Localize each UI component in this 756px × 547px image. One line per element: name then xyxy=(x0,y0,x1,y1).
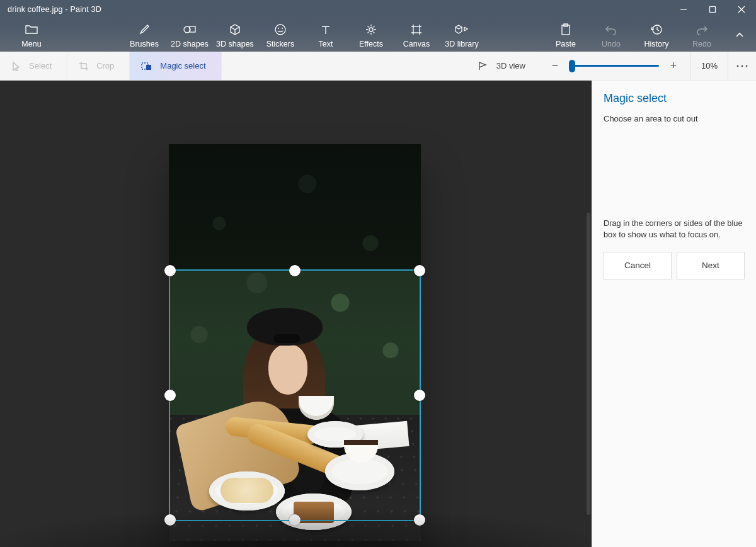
svg-point-8 xyxy=(282,28,283,29)
canvas-area[interactable] xyxy=(0,81,592,547)
select-label: Select xyxy=(29,61,52,70)
panel-help-text: Drag in the corners or sides of the blue… xyxy=(604,218,745,240)
ribbon-label: Stickers xyxy=(266,40,294,48)
ribbon-label: Undo xyxy=(602,40,621,48)
crop-tool[interactable]: Crop xyxy=(67,52,130,80)
ribbon-redo[interactable]: Redo xyxy=(679,19,724,52)
canvas-icon xyxy=(410,23,423,37)
ribbon-label: Redo xyxy=(692,40,711,48)
ribbon-label: History xyxy=(644,40,669,48)
subtoolbar: Select Crop Magic select 3D view − + 10% xyxy=(0,52,756,81)
zoom-slider[interactable] xyxy=(570,60,659,72)
panel-subtitle: Choose an area to cut out xyxy=(604,114,745,123)
magic-select-tool[interactable]: Magic select xyxy=(130,52,221,80)
minimize-button[interactable] xyxy=(669,0,698,19)
window-title: drink coffee.jpg - Paint 3D xyxy=(8,5,101,14)
ribbon-stickers[interactable]: Stickers xyxy=(258,19,303,52)
next-button[interactable]: Next xyxy=(677,252,745,279)
side-panel: Magic select Choose an area to cut out D… xyxy=(592,81,756,547)
folder-icon xyxy=(25,23,38,37)
selection-handle-mr[interactable] xyxy=(414,390,425,401)
ribbon-label: Effects xyxy=(359,40,383,48)
titlebar: drink coffee.jpg - Paint 3D Menu xyxy=(0,0,756,52)
cursor-icon xyxy=(11,61,21,71)
selection-handle-br[interactable] xyxy=(414,514,425,526)
magic-select-label: Magic select xyxy=(160,61,205,70)
shapes-2d-icon xyxy=(183,23,197,37)
chevron-up-icon xyxy=(735,30,745,40)
close-button[interactable] xyxy=(727,0,756,19)
library-icon xyxy=(455,23,469,37)
menu-label: Menu xyxy=(21,40,41,48)
cancel-button[interactable]: Cancel xyxy=(604,252,672,279)
history-icon xyxy=(650,23,663,37)
svg-rect-1 xyxy=(710,7,716,13)
menu-button[interactable]: Menu xyxy=(0,19,63,52)
redo-icon xyxy=(696,23,708,37)
zoom-in-button[interactable]: + xyxy=(665,58,682,74)
collapse-ribbon-button[interactable] xyxy=(728,21,751,49)
ribbon-label: 2D shapes xyxy=(171,40,209,48)
ellipsis-icon xyxy=(736,65,748,67)
cube-icon xyxy=(229,23,241,37)
paste-icon xyxy=(560,23,571,37)
zoom-controls: − + xyxy=(538,52,690,80)
selection-handle-tl[interactable] xyxy=(164,265,176,276)
selection-handle-tm[interactable] xyxy=(289,265,301,276)
selection-handle-bm[interactable] xyxy=(289,514,301,526)
ribbon-paste[interactable]: Paste xyxy=(543,19,588,52)
more-button[interactable] xyxy=(728,52,756,80)
ribbon-brushes[interactable]: Brushes xyxy=(122,19,167,52)
magic-select-icon xyxy=(141,61,152,71)
zoom-out-button[interactable]: − xyxy=(547,58,563,74)
ribbon-label: 3D library xyxy=(445,40,479,48)
vertical-scrollbar[interactable] xyxy=(587,213,590,515)
view-3d-toggle[interactable]: 3D view xyxy=(465,52,538,80)
svg-point-7 xyxy=(278,28,279,29)
ribbon-history[interactable]: History xyxy=(634,19,679,52)
brush-icon xyxy=(138,23,151,37)
view-3d-label: 3D view xyxy=(496,61,525,70)
ribbon-label: Canvas xyxy=(403,40,430,48)
svg-rect-10 xyxy=(413,26,420,33)
crop-label: Crop xyxy=(96,61,114,70)
select-tool[interactable]: Select xyxy=(0,52,67,80)
svg-point-18 xyxy=(746,65,748,67)
ribbon-undo[interactable]: Undo xyxy=(588,19,634,52)
svg-point-17 xyxy=(742,65,743,67)
ribbon-3d-shapes[interactable]: 3D shapes xyxy=(212,19,258,52)
maximize-button[interactable] xyxy=(698,0,727,19)
panel-title: Magic select xyxy=(604,92,745,105)
effects-icon xyxy=(365,23,377,37)
zoom-percent[interactable]: 10% xyxy=(690,52,728,80)
window-controls xyxy=(669,0,756,19)
ribbon-label: Text xyxy=(319,40,333,48)
selection-box[interactable] xyxy=(169,269,421,521)
ribbon-2d-shapes[interactable]: 2D shapes xyxy=(167,19,212,52)
zoom-thumb[interactable] xyxy=(569,60,575,72)
ribbon-text[interactable]: Text xyxy=(303,19,348,52)
selection-handle-ml[interactable] xyxy=(164,390,176,401)
svg-point-9 xyxy=(369,28,373,31)
ribbon-label: Brushes xyxy=(130,40,159,48)
sticker-icon xyxy=(274,23,287,37)
ribbon-canvas[interactable]: Canvas xyxy=(394,19,439,52)
workspace: Magic select Choose an area to cut out D… xyxy=(0,81,756,547)
svg-point-6 xyxy=(275,25,285,35)
undo-icon xyxy=(605,23,617,37)
selection-handle-bl[interactable] xyxy=(164,514,176,526)
selection-handle-tr[interactable] xyxy=(414,265,425,276)
crop-icon xyxy=(79,61,89,71)
ribbon-3d-library[interactable]: 3D library xyxy=(439,19,484,52)
svg-rect-15 xyxy=(146,65,151,70)
ribbon-label: Paste xyxy=(556,40,576,48)
ribbon-label: 3D shapes xyxy=(216,40,254,48)
ribbon-effects[interactable]: Effects xyxy=(348,19,394,52)
svg-point-16 xyxy=(737,65,739,67)
flag-icon xyxy=(478,61,489,71)
text-icon xyxy=(320,23,331,37)
